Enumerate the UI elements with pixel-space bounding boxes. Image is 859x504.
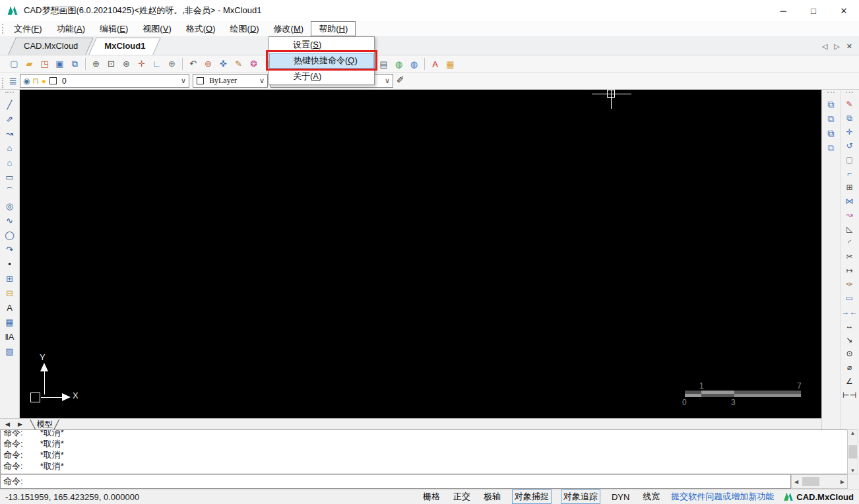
revision-cloud-icon[interactable]: ↷ [3,243,17,256]
construction-line-icon[interactable]: ⇗ [3,112,17,125]
zoom-object-icon[interactable]: ⊚ [202,57,214,71]
menu-item-绘图[interactable]: 绘图(D) [223,21,267,36]
select-window-icon[interactable]: ▢ [843,153,857,166]
web-publish-icon[interactable]: ◍ [393,57,405,71]
toolbar-grip[interactable] [846,92,853,95]
status-toggle-对象追踪[interactable]: 对象追踪 [561,489,600,504]
print-icon[interactable]: ▤ [377,57,390,71]
trim-icon[interactable]: ✂ [843,250,857,263]
tab-CAD.MxCloud[interactable]: CAD.MxCloud [11,38,91,55]
paste-icon[interactable]: ⧉ [824,127,839,140]
break-icon[interactable]: →← [843,305,857,318]
copy-base-point-icon[interactable]: ⧉ [824,112,839,125]
color-select[interactable]: ByLayer ∨ [193,74,268,88]
zoom-extents-icon[interactable]: ⊛ [120,57,133,71]
drawing-canvas[interactable]: Y X 1 7 0 3 [20,90,821,418]
array-icon[interactable]: ⊞ [843,181,857,193]
scrollbar-thumb[interactable] [802,477,819,486]
help-menu-item-热键快捷命令[interactable]: 热键快捷命令(Q) [269,53,374,69]
scrollbar-thumb[interactable] [848,445,857,458]
toolbar-grip[interactable] [2,78,5,88]
palette-icon[interactable]: ❂ [247,57,260,71]
command-history[interactable]: 命令:*取消*命令:*取消*命令:*取消*命令:*取消* [0,429,847,474]
save-as-icon[interactable]: ⧉ [69,57,81,71]
help-menu-item-关于[interactable]: 关于(A) [269,69,374,84]
close-button[interactable]: ✕ [829,0,859,21]
status-toggle-极轴[interactable]: 极轴 [482,490,503,503]
zoom-window-icon[interactable]: ⊡ [105,57,117,71]
copy-clip-icon[interactable]: ⧉ [824,98,839,111]
menu-item-功能[interactable]: 功能(A) [49,21,92,36]
scroll-down-icon[interactable]: ▼ [850,468,856,474]
draw-pen-icon[interactable]: ✎ [232,57,245,71]
dim-angular-icon[interactable]: ∠ [843,375,857,387]
layout-scroll-left[interactable]: ◀ [3,421,13,427]
table-icon[interactable]: ▦ [3,315,17,329]
open-drawing-icon[interactable]: ◳ [38,57,51,71]
scroll-up-icon[interactable]: ▲ [850,430,856,436]
menu-item-文件[interactable]: 文件(F) [7,21,49,36]
status-toggle-正交[interactable]: 正交 [451,490,472,503]
web-cloud-icon[interactable]: ◍ [408,57,420,71]
polygon-icon[interactable]: ⌂ [3,141,17,154]
maximize-button[interactable]: □ [798,0,829,21]
toolbar-grip[interactable] [827,92,835,95]
dim-diameter-icon[interactable]: ⌀ [843,361,857,373]
zoom-scale-icon[interactable]: ⊕ [166,57,178,71]
layer-manager-icon[interactable]: ≣ [7,74,19,87]
export-pdf-icon[interactable]: A [429,57,441,71]
copy-icon[interactable]: ⧉ [843,111,857,124]
tab-model[interactable]: ╲ 模型 ╱ [29,419,61,430]
status-toggle-对象捕捉[interactable]: 对象捕捉 [512,489,552,504]
tab-scroll-right-icon[interactable]: ▷ [834,42,839,51]
ucs-icon[interactable]: ∟ [150,57,163,71]
scroll-right-icon[interactable]: ▶ [838,479,847,485]
scroll-left-icon[interactable]: ◀ [792,479,801,485]
move-icon[interactable]: ✛ [843,125,857,138]
open-folder-icon[interactable]: ▰ [23,57,36,71]
export-image-icon[interactable]: ▦ [444,57,457,71]
match-brush-icon[interactable]: ✐ [397,75,404,85]
command-horizontal-scrollbar[interactable]: ◀ ▶ [791,474,848,489]
status-toggle-DYN[interactable]: DYN [610,491,631,503]
polyline-edit-icon[interactable]: ↝ [843,208,857,221]
toolbar-grip[interactable] [5,92,14,95]
zoom-in-icon[interactable]: ⊕ [90,57,102,71]
command-vertical-scrollbar[interactable]: ▲ ▼ [847,429,858,474]
minimize-button[interactable]: ─ [768,0,798,21]
create-block-icon[interactable]: ⊟ [3,286,17,299]
match-properties-icon[interactable]: ✑ [843,278,857,290]
polyline-icon[interactable]: ↝ [3,127,17,140]
menu-item-帮助[interactable]: 帮助(H) [311,21,356,36]
feedback-link[interactable]: 提交软件问题或增加新功能 [671,491,774,503]
save-icon[interactable]: ▣ [53,57,66,71]
fillet-icon[interactable]: ◜ [843,236,857,249]
tab-close-icon[interactable]: ✕ [846,42,852,51]
polygon-edge-icon[interactable]: ⌂ [3,156,17,169]
pan-point-icon[interactable]: ✜ [217,57,230,71]
arc-icon[interactable]: ⌒ [3,185,17,198]
rotate-icon[interactable]: ↺ [843,139,857,152]
dim-aligned-icon[interactable]: ↘ [843,333,857,346]
status-toggle-栅格[interactable]: 栅格 [421,490,442,503]
chevron-down-icon[interactable]: ∨ [385,77,390,85]
tab-MxCloud1[interactable]: MxCloud1 [91,38,158,55]
offset-icon[interactable]: ⌐ [843,167,857,179]
insert-block-icon[interactable]: ⊞ [3,272,17,285]
dim-linear-icon[interactable]: ↔ [843,319,857,332]
paste-block-icon[interactable]: ⧉ [824,141,839,154]
spline-icon[interactable]: ∿ [3,214,17,227]
extend-icon[interactable]: ↦ [843,264,857,276]
chevron-down-icon[interactable]: ∨ [259,77,265,85]
dim-continue-icon[interactable]: ⊢⊣ [843,389,857,401]
pan-icon[interactable]: ✛ [135,57,148,71]
chamfer-icon[interactable]: ◺ [843,222,857,235]
text-icon[interactable]: A [3,301,17,314]
menu-item-格式[interactable]: 格式(O) [179,21,223,36]
menu-item-编辑[interactable]: 编辑(E) [92,21,135,36]
hatch-icon[interactable]: ▨ [3,344,17,358]
ellipse-icon[interactable]: ◯ [3,228,17,241]
layout-scroll-right[interactable]: ▶ [15,421,25,427]
dim-radius-icon[interactable]: ⊙ [843,347,857,360]
command-input[interactable]: 命令: [0,474,791,489]
